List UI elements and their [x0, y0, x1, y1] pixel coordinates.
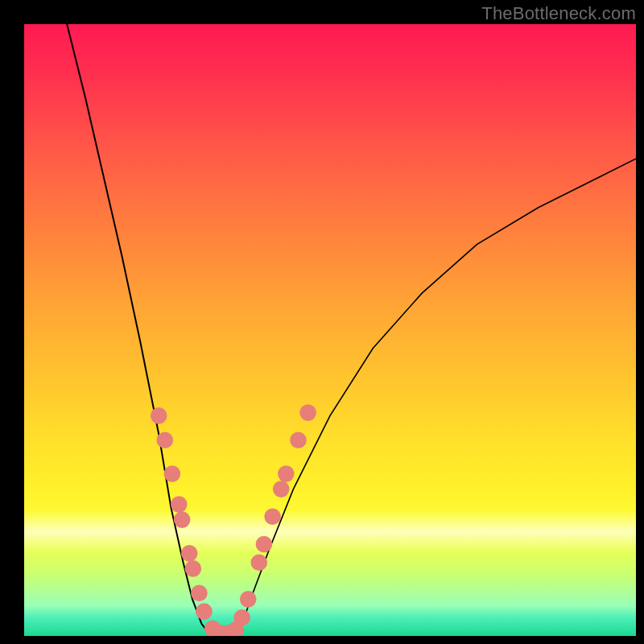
- data-dot: [171, 496, 188, 513]
- data-dot: [157, 432, 174, 449]
- data-dot: [299, 404, 316, 421]
- data-dot: [185, 560, 202, 577]
- data-dot: [151, 407, 167, 424]
- plot-area: [24, 24, 636, 636]
- data-dot: [290, 432, 307, 449]
- dot-layer: [151, 404, 316, 636]
- data-dot: [240, 591, 257, 608]
- data-dot: [181, 545, 198, 562]
- chart-svg: [24, 24, 636, 636]
- left-curve: [67, 24, 211, 636]
- data-dot: [264, 509, 281, 526]
- data-dot: [273, 481, 290, 497]
- data-dot: [251, 555, 268, 572]
- data-dot: [278, 465, 295, 482]
- watermark-text: TheBottleneck.com: [481, 3, 636, 24]
- data-dot: [233, 609, 250, 626]
- data-dot: [174, 511, 191, 528]
- data-dot: [196, 603, 213, 620]
- right-curve: [238, 159, 636, 636]
- data-dot: [256, 536, 273, 553]
- chart-stage: TheBottleneck.com: [0, 0, 644, 644]
- data-dot: [164, 465, 181, 482]
- data-dot: [191, 585, 208, 602]
